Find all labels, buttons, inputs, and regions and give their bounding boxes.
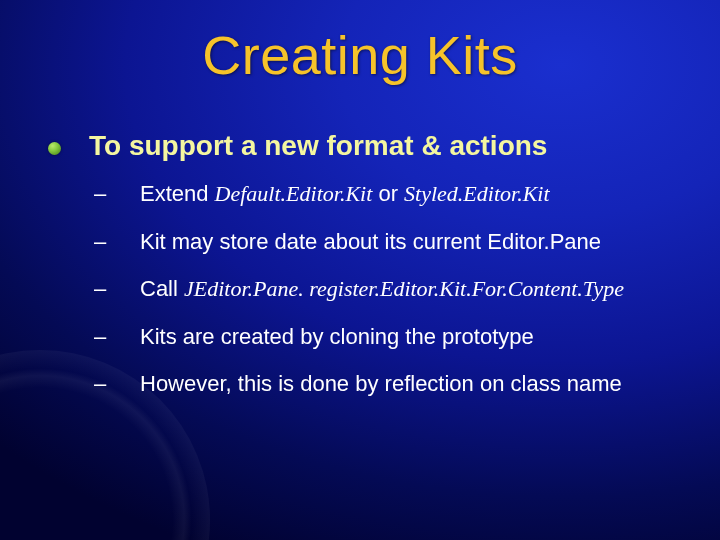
code-segment: Default.Editor.Kit: [215, 181, 373, 206]
text-segment: Kit may store date about its current Edi…: [140, 229, 601, 254]
slide: Creating Kits To support a new format & …: [0, 0, 720, 540]
dash-icon: –: [94, 275, 118, 303]
dash-icon: –: [94, 228, 118, 256]
text-segment: However, this is done by reflection on c…: [140, 371, 622, 396]
list-item-text: Kits are created by cloning the prototyp…: [140, 323, 690, 351]
list-item: – Kits are created by cloning the protot…: [94, 323, 690, 351]
code-segment: JEditor.Pane. register.Editor.Kit.For.Co…: [184, 276, 624, 301]
dash-icon: –: [94, 370, 118, 398]
list-item-text: However, this is done by reflection on c…: [140, 370, 690, 398]
text-segment: Call: [140, 276, 184, 301]
heading-text: To support a new format & actions: [89, 130, 547, 162]
disc-icon: [48, 142, 61, 155]
code-segment: Styled.Editor.Kit: [404, 181, 549, 206]
text-segment: or: [372, 181, 404, 206]
list-item-text: Extend Default.Editor.Kit or Styled.Edit…: [140, 180, 690, 208]
list-item: – Call JEditor.Pane. register.Editor.Kit…: [94, 275, 690, 303]
list-item: – Kit may store date about its current E…: [94, 228, 690, 256]
list-item: – Extend Default.Editor.Kit or Styled.Ed…: [94, 180, 690, 208]
list-item-text: Kit may store date about its current Edi…: [140, 228, 690, 256]
content-block: To support a new format & actions – Exte…: [48, 130, 690, 418]
text-segment: Kits are created by cloning the prototyp…: [140, 324, 534, 349]
slide-title: Creating Kits: [0, 24, 720, 86]
list-item: – However, this is done by reflection on…: [94, 370, 690, 398]
list-item-text: Call JEditor.Pane. register.Editor.Kit.F…: [140, 275, 690, 303]
bullet-heading: To support a new format & actions: [48, 130, 690, 162]
text-segment: Extend: [140, 181, 215, 206]
dash-icon: –: [94, 323, 118, 351]
dash-icon: –: [94, 180, 118, 208]
subitem-list: – Extend Default.Editor.Kit or Styled.Ed…: [94, 180, 690, 398]
